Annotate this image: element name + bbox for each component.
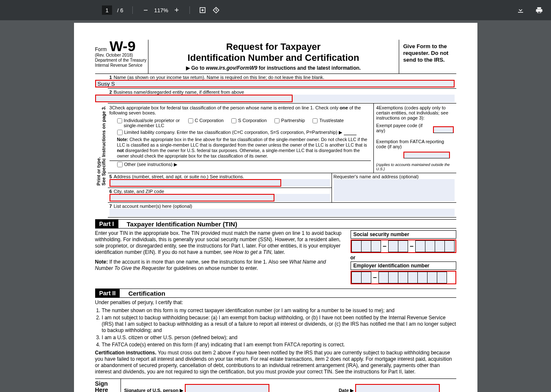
cert-instructions: Certification instructions. You must cro… (95, 350, 456, 375)
signature-input[interactable] (185, 384, 269, 392)
dept: Department of the Treasury (95, 58, 148, 63)
line7-label: List account number(s) here (optional) (114, 204, 192, 209)
page-number-input[interactable] (102, 5, 112, 15)
name-input[interactable] (96, 81, 454, 87)
address-input[interactable] (110, 179, 281, 187)
line6-label: City, state, and ZIP code (114, 189, 164, 194)
form-word: Form (95, 46, 107, 52)
goto-line: ▶ Go to www.irs.gov/FormW9 for instructi… (153, 65, 395, 71)
cb-trust[interactable] (313, 118, 318, 123)
cb-llc[interactable] (117, 130, 123, 135)
fit-page-icon[interactable] (197, 5, 208, 15)
date-input[interactable] (355, 384, 440, 392)
zoom-in-icon[interactable]: + (172, 5, 182, 15)
requester-label: Requester's name and address (optional) (334, 174, 455, 179)
part1-title: Taxpayer Identification Number (TIN) (127, 220, 237, 228)
fatca-label: Exemption from FATCA reporting code (if … (376, 139, 454, 149)
llc-class-input[interactable] (344, 130, 356, 135)
fatca-input[interactable] (403, 152, 450, 158)
tin-paragraph-2: Note: If the account is in more than one… (95, 259, 344, 272)
pdf-toolbar: / 6 − 117% + (0, 0, 551, 20)
cert-item-1: The number shown on this form is my corr… (102, 308, 456, 314)
give-form-note: Give Form to the requester. Do not send … (399, 40, 456, 74)
cert-item-4: The FATCA code(s) entered on this form (… (102, 342, 456, 348)
llc-note: Note: Check the appropriate box in the l… (117, 137, 371, 159)
form-title-1: Request for Taxpayer (153, 41, 395, 52)
fatca-note: (Applies to accounts maintained outside … (376, 163, 454, 171)
part2-title: Certification (128, 290, 165, 297)
cb-individual[interactable] (117, 118, 122, 123)
or-label: or (351, 255, 456, 261)
part1-label: Part I (95, 220, 118, 228)
cb-other[interactable] (117, 162, 123, 167)
llc-label: Limited liability company. Enter the tax… (124, 130, 343, 135)
line4-label: Exemptions (codes apply only to certain … (376, 105, 449, 120)
page-total: / 6 (117, 7, 123, 14)
city-input[interactable] (110, 194, 275, 201)
cb-scorp[interactable] (231, 118, 236, 123)
cb-partnership[interactable] (274, 118, 280, 123)
cert-intro: Under penalties of perjury, I certify th… (95, 299, 456, 306)
exempt-payee-input[interactable] (433, 126, 454, 133)
ssn-input[interactable]: – – (351, 240, 456, 253)
requester-input[interactable] (334, 179, 455, 201)
irs: Internal Revenue Service (95, 63, 148, 68)
date-label: Date ▶ (339, 388, 354, 392)
cb-ccorp[interactable] (188, 118, 193, 123)
line1-label: Name (as shown on your income tax return… (114, 75, 324, 80)
zoom-out-icon[interactable]: − (140, 5, 151, 15)
line2-label: Business name/disregarded entity name, i… (114, 90, 244, 95)
print-icon[interactable] (534, 5, 544, 15)
ein-label: Employer identification number (351, 261, 456, 270)
other-label: Other (see instructions) ▶ (124, 162, 177, 167)
cert-item-2: I am not subject to backup withholding b… (102, 315, 456, 334)
rotate-icon[interactable] (211, 5, 221, 15)
pdf-page: Form W-9 (Rev. October 2018) Department … (74, 23, 477, 392)
account-numbers-input[interactable] (110, 209, 455, 216)
part2-label: Part II (95, 289, 120, 297)
business-name-input[interactable] (96, 95, 292, 101)
form-title-2: Identification Number and Certification (153, 52, 395, 63)
sign-here-label: Sign Here (95, 379, 121, 392)
ssn-label: Social security number (351, 230, 456, 239)
line3-label: Check appropriate box for federal tax cl… (110, 105, 361, 115)
signature-label: Signature of U.S. person ▶ (124, 388, 183, 392)
rev-date: (Rev. October 2018) (95, 53, 148, 58)
form-code: W-9 (110, 40, 136, 52)
download-icon[interactable] (515, 5, 526, 15)
tin-paragraph-1: Enter your TIN in the appropriate box. T… (95, 230, 344, 256)
zoom-level: 117% (154, 7, 168, 14)
exempt-payee-label: Exempt payee code (if any) (376, 123, 431, 133)
line5-label: Address (number, street, and apt. or sui… (114, 174, 244, 179)
ein-input[interactable]: – (351, 271, 456, 284)
cert-item-3: I am a U.S. citizen or other U.S. person… (102, 335, 456, 341)
